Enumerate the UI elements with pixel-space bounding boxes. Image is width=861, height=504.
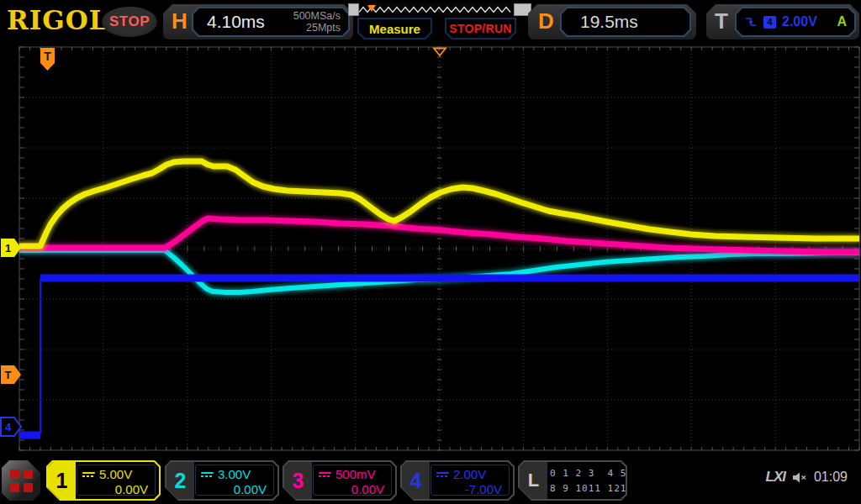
trigger-position-flag[interactable]: T (40, 48, 55, 71)
delay-group[interactable]: D 19.5ms (528, 4, 696, 39)
channel-2-number: 2 (166, 462, 194, 499)
trigger-edge-icon (744, 15, 758, 29)
menu-grid-icon (10, 470, 33, 492)
channel-3-scale: 500mV (335, 467, 376, 481)
logic-channels-block[interactable]: L 0 1 2 3 4 5 6 7 8 9 1011 12131415 (518, 460, 627, 501)
top-status-bar: RIGOL STOP H 4.10ms 500MSa/s 25Mpts Meas… (0, 0, 861, 42)
channel-4-scale: 2.00V (453, 467, 486, 481)
channel-1-block[interactable]: 1 5.00V 0.00V (46, 460, 161, 501)
timebase-value: 4.10ms (193, 12, 265, 32)
dc-coupling-icon (82, 472, 95, 477)
channel-2-scale: 3.00V (218, 467, 251, 481)
measure-button[interactable]: Measure (357, 18, 432, 39)
channel-2-offset: 0.00V (196, 482, 273, 496)
channel-1-scale: 5.00V (99, 467, 132, 481)
run-state-badge[interactable]: STOP (102, 7, 157, 37)
logic-label: L (520, 462, 547, 499)
trigger-source-badge: 4 (763, 16, 776, 29)
horizontal-label: H (172, 8, 188, 34)
channel-3-offset: 0.00V (314, 482, 391, 496)
svg-text:4: 4 (5, 421, 12, 433)
preview-left-cap[interactable] (348, 3, 359, 16)
trigger-group[interactable]: T 4 2.00V A (706, 4, 859, 39)
channel-2-block[interactable]: 2 3.00V 0.00V (165, 460, 279, 501)
dc-coupling-icon (201, 472, 214, 477)
sound-muted-icon (792, 471, 807, 484)
horizontal-position-bar[interactable] (348, 3, 531, 16)
logic-channel-list: 0 1 2 3 4 5 6 7 8 9 1011 12131415 (550, 466, 622, 496)
trigger-level-value: 2.00V (782, 14, 817, 29)
dc-coupling-icon (319, 472, 331, 477)
sample-rate: 500MSa/s (293, 10, 341, 22)
trigger-label: T (715, 8, 728, 34)
clock: 01:09 (814, 470, 848, 485)
delay-box[interactable]: 19.5ms (560, 7, 691, 37)
trigger-box[interactable]: 4 2.00V A (735, 7, 856, 37)
stop-run-button[interactable]: STOP/RUN (445, 18, 516, 39)
svg-text:T: T (44, 50, 51, 63)
plot-markers: T1T4 (1, 48, 446, 436)
svg-text:T: T (5, 369, 12, 381)
waveform-display: T1T4 (0, 0, 861, 504)
oscilloscope-screen: { "header": { "logo": "RIGOL", "run_stat… (0, 0, 861, 504)
memory-depth: 25Mpts (306, 22, 341, 34)
delay-value: 19.5ms (562, 12, 638, 32)
svg-text:1: 1 (5, 242, 11, 255)
status-right-cluster: LXI 01:09 (766, 469, 848, 486)
rigol-logo: RIGOL (7, 5, 108, 35)
channel-4-number: 4 (402, 462, 430, 499)
left-marker-t[interactable]: T (1, 365, 21, 384)
menu-button[interactable] (2, 460, 40, 501)
trigger-mode: A (837, 14, 847, 29)
bottom-status-bar: 1 5.00V 0.00V 2 3.00V 0.00V 3 500mV (0, 456, 861, 504)
dc-coupling-icon (436, 472, 449, 477)
acquisition-info: 500MSa/s 25Mpts (293, 10, 348, 34)
horizontal-group[interactable]: H 4.10ms 500MSa/s 25Mpts (163, 4, 353, 39)
channel-4-offset: -7.00V (431, 482, 509, 496)
channel-1-offset: 0.00V (77, 482, 155, 496)
lxi-indicator: LXI (766, 469, 785, 486)
preview-waveform-strip (359, 3, 514, 16)
timebase-box[interactable]: 4.10ms 500MSa/s 25Mpts (192, 7, 350, 37)
channel-1-number: 1 (48, 462, 76, 499)
channel-3-block[interactable]: 3 500mV 0.00V (283, 460, 397, 501)
delay-label: D (538, 8, 554, 34)
channel-4-block[interactable]: 4 2.00V -7.00V (400, 460, 515, 501)
preview-zigzag (359, 4, 514, 15)
left-marker-1[interactable]: 1 (1, 239, 21, 257)
channel-3-number: 3 (284, 462, 312, 499)
left-marker-4[interactable]: 4 (1, 417, 21, 436)
